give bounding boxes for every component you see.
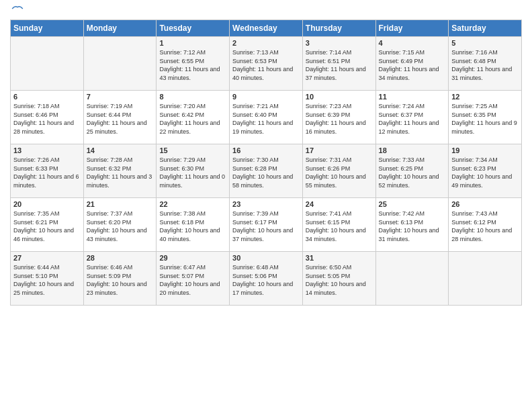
calendar-cell: 7Sunrise: 7:19 AM Sunset: 6:44 PM Daylig…	[83, 91, 157, 144]
day-number: 5	[451, 39, 519, 47]
day-number: 21	[87, 200, 154, 208]
cell-content: Sunrise: 7:25 AM Sunset: 6:35 PM Dayligh…	[451, 102, 519, 136]
day-number: 2	[232, 39, 300, 47]
cell-content: Sunrise: 7:30 AM Sunset: 6:28 PM Dayligh…	[232, 156, 300, 189]
cell-content: Sunrise: 6:47 AM Sunset: 5:07 PM Dayligh…	[159, 263, 226, 297]
day-number: 8	[159, 93, 226, 101]
calendar-cell: 30Sunrise: 6:48 AM Sunset: 5:06 PM Dayli…	[230, 252, 303, 306]
cell-content: Sunrise: 7:39 AM Sunset: 6:17 PM Dayligh…	[232, 210, 300, 243]
day-number: 29	[159, 254, 226, 262]
calendar-cell	[449, 252, 522, 306]
cell-content: Sunrise: 7:35 AM Sunset: 6:21 PM Dayligh…	[13, 210, 81, 243]
calendar-cell: 10Sunrise: 7:23 AM Sunset: 6:39 PM Dayli…	[302, 91, 375, 144]
cell-content: Sunrise: 7:12 AM Sunset: 6:55 PM Dayligh…	[159, 48, 226, 82]
day-number: 10	[306, 93, 373, 101]
day-number: 24	[306, 200, 373, 208]
day-header-friday: Friday	[375, 20, 449, 37]
calendar-cell: 6Sunrise: 7:18 AM Sunset: 6:46 PM Daylig…	[11, 91, 84, 144]
day-number: 31	[306, 254, 373, 262]
day-header-tuesday: Tuesday	[157, 20, 230, 37]
calendar-week-4: 20Sunrise: 7:35 AM Sunset: 6:21 PM Dayli…	[11, 198, 522, 252]
calendar-cell: 19Sunrise: 7:34 AM Sunset: 6:23 PM Dayli…	[449, 144, 522, 198]
calendar-cell: 29Sunrise: 6:47 AM Sunset: 5:07 PM Dayli…	[157, 252, 230, 306]
calendar-cell: 24Sunrise: 7:41 AM Sunset: 6:15 PM Dayli…	[302, 198, 375, 252]
cell-content: Sunrise: 7:21 AM Sunset: 6:40 PM Dayligh…	[232, 102, 300, 136]
cell-content: Sunrise: 7:13 AM Sunset: 6:53 PM Dayligh…	[232, 48, 300, 82]
calendar-cell: 11Sunrise: 7:24 AM Sunset: 6:37 PM Dayli…	[375, 91, 449, 144]
calendar-cell: 31Sunrise: 6:50 AM Sunset: 5:05 PM Dayli…	[302, 252, 375, 306]
day-header-monday: Monday	[83, 20, 157, 37]
day-header-saturday: Saturday	[449, 20, 522, 37]
day-number: 30	[232, 254, 300, 262]
cell-content: Sunrise: 7:37 AM Sunset: 6:20 PM Dayligh…	[87, 210, 154, 243]
cell-content: Sunrise: 7:43 AM Sunset: 6:12 PM Dayligh…	[451, 210, 519, 243]
calendar-cell: 2Sunrise: 7:13 AM Sunset: 6:53 PM Daylig…	[230, 37, 303, 91]
calendar-cell: 5Sunrise: 7:16 AM Sunset: 6:48 PM Daylig…	[449, 37, 522, 91]
day-number: 15	[159, 146, 226, 154]
day-header-thursday: Thursday	[302, 20, 375, 37]
day-number: 18	[379, 146, 446, 154]
calendar-cell: 27Sunrise: 6:44 AM Sunset: 5:10 PM Dayli…	[11, 252, 84, 306]
cell-content: Sunrise: 7:14 AM Sunset: 6:51 PM Dayligh…	[306, 48, 373, 82]
calendar-cell: 20Sunrise: 7:35 AM Sunset: 6:21 PM Dayli…	[11, 198, 84, 252]
calendar-cell: 17Sunrise: 7:31 AM Sunset: 6:26 PM Dayli…	[302, 144, 375, 198]
calendar-week-2: 6Sunrise: 7:18 AM Sunset: 6:46 PM Daylig…	[11, 91, 522, 144]
day-header-sunday: Sunday	[11, 20, 84, 37]
cell-content: Sunrise: 7:23 AM Sunset: 6:39 PM Dayligh…	[306, 102, 373, 136]
page-header	[10, 10, 522, 13]
day-number: 16	[232, 146, 300, 154]
calendar-cell: 16Sunrise: 7:30 AM Sunset: 6:28 PM Dayli…	[230, 144, 303, 198]
cell-content: Sunrise: 7:34 AM Sunset: 6:23 PM Dayligh…	[451, 156, 519, 189]
calendar-cell: 23Sunrise: 7:39 AM Sunset: 6:17 PM Dayli…	[230, 198, 303, 252]
cell-content: Sunrise: 6:46 AM Sunset: 5:09 PM Dayligh…	[87, 263, 154, 297]
calendar-cell: 21Sunrise: 7:37 AM Sunset: 6:20 PM Dayli…	[83, 198, 157, 252]
cell-content: Sunrise: 6:48 AM Sunset: 5:06 PM Dayligh…	[232, 263, 300, 297]
day-number: 1	[159, 39, 226, 47]
calendar-cell: 26Sunrise: 7:43 AM Sunset: 6:12 PM Dayli…	[449, 198, 522, 252]
day-number: 4	[379, 39, 446, 47]
cell-content: Sunrise: 7:16 AM Sunset: 6:48 PM Dayligh…	[451, 48, 519, 82]
cell-content: Sunrise: 7:19 AM Sunset: 6:44 PM Dayligh…	[87, 102, 154, 136]
day-number: 26	[451, 200, 519, 208]
calendar-cell: 14Sunrise: 7:28 AM Sunset: 6:32 PM Dayli…	[83, 144, 157, 198]
calendar-week-3: 13Sunrise: 7:26 AM Sunset: 6:33 PM Dayli…	[11, 144, 522, 198]
cell-content: Sunrise: 7:24 AM Sunset: 6:37 PM Dayligh…	[379, 102, 446, 136]
day-number: 22	[159, 200, 226, 208]
calendar-body: 1Sunrise: 7:12 AM Sunset: 6:55 PM Daylig…	[11, 37, 522, 306]
cell-content: Sunrise: 7:38 AM Sunset: 6:18 PM Dayligh…	[159, 210, 226, 243]
day-number: 17	[306, 146, 373, 154]
calendar-cell: 4Sunrise: 7:15 AM Sunset: 6:49 PM Daylig…	[375, 37, 449, 91]
cell-content: Sunrise: 7:29 AM Sunset: 6:30 PM Dayligh…	[159, 156, 226, 189]
day-number: 19	[451, 146, 519, 154]
logo-bird-icon	[11, 5, 24, 13]
cell-content: Sunrise: 7:41 AM Sunset: 6:15 PM Dayligh…	[306, 210, 373, 243]
calendar-table: SundayMondayTuesdayWednesdayThursdayFrid…	[10, 19, 522, 306]
day-number: 23	[232, 200, 300, 208]
day-number: 27	[13, 254, 81, 262]
calendar-cell: 3Sunrise: 7:14 AM Sunset: 6:51 PM Daylig…	[302, 37, 375, 91]
day-number: 25	[379, 200, 446, 208]
cell-content: Sunrise: 7:31 AM Sunset: 6:26 PM Dayligh…	[306, 156, 373, 189]
day-number: 6	[13, 93, 81, 101]
calendar-cell: 15Sunrise: 7:29 AM Sunset: 6:30 PM Dayli…	[157, 144, 230, 198]
calendar-header-row: SundayMondayTuesdayWednesdayThursdayFrid…	[11, 20, 522, 37]
cell-content: Sunrise: 7:42 AM Sunset: 6:13 PM Dayligh…	[379, 210, 446, 243]
calendar-cell: 12Sunrise: 7:25 AM Sunset: 6:35 PM Dayli…	[449, 91, 522, 144]
calendar-week-5: 27Sunrise: 6:44 AM Sunset: 5:10 PM Dayli…	[11, 252, 522, 306]
cell-content: Sunrise: 7:28 AM Sunset: 6:32 PM Dayligh…	[87, 156, 154, 189]
day-number: 13	[13, 146, 81, 154]
calendar-cell	[11, 37, 84, 91]
calendar-cell: 13Sunrise: 7:26 AM Sunset: 6:33 PM Dayli…	[11, 144, 84, 198]
day-number: 11	[379, 93, 446, 101]
logo	[10, 10, 24, 13]
calendar-cell: 25Sunrise: 7:42 AM Sunset: 6:13 PM Dayli…	[375, 198, 449, 252]
day-number: 7	[87, 93, 154, 101]
calendar-cell: 8Sunrise: 7:20 AM Sunset: 6:42 PM Daylig…	[157, 91, 230, 144]
cell-content: Sunrise: 7:18 AM Sunset: 6:46 PM Dayligh…	[13, 102, 81, 136]
calendar-cell: 1Sunrise: 7:12 AM Sunset: 6:55 PM Daylig…	[157, 37, 230, 91]
day-number: 28	[87, 254, 154, 262]
day-number: 9	[232, 93, 300, 101]
cell-content: Sunrise: 7:33 AM Sunset: 6:25 PM Dayligh…	[379, 156, 446, 189]
day-number: 14	[87, 146, 154, 154]
cell-content: Sunrise: 7:15 AM Sunset: 6:49 PM Dayligh…	[379, 48, 446, 82]
